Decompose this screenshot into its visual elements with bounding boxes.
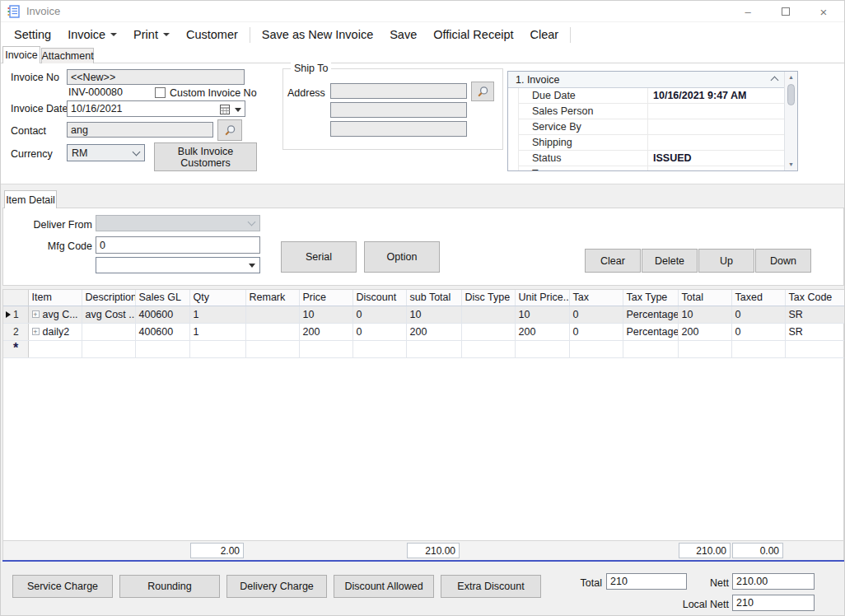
grid-column-header[interactable]: Total (678, 290, 731, 306)
grid-cell[interactable]: 200 (515, 323, 569, 340)
grid-column-header[interactable]: Qty (189, 290, 245, 306)
address-search-button[interactable] (471, 82, 494, 101)
grid-cell[interactable] (28, 340, 82, 357)
grid-cell[interactable] (461, 340, 515, 357)
grid-cell[interactable]: SR (785, 323, 845, 340)
scroll-down-icon[interactable]: ▼ (785, 159, 797, 170)
menu-save[interactable]: Save (381, 26, 425, 44)
move-down-button[interactable]: Down (755, 249, 811, 273)
grid-cell[interactable]: 0 (352, 323, 406, 340)
grid-cell[interactable] (82, 340, 135, 357)
grid-column-header[interactable]: Remark (245, 290, 299, 306)
ship-address-line1[interactable] (330, 83, 467, 99)
invoice-no-field[interactable]: <<New>> (67, 69, 245, 85)
grid-cell[interactable] (461, 323, 515, 340)
menu-save-as-new-invoice[interactable]: Save as New Invoice (254, 26, 381, 44)
table-row[interactable]: 2 +daily2 400600 1 200 0 200 200 0 Perce… (3, 323, 845, 340)
grid-cell[interactable]: 200 (406, 323, 461, 340)
grid-column-header[interactable]: sub Total (406, 290, 461, 306)
ship-address-line2[interactable] (330, 102, 467, 118)
tab-item-detail[interactable]: Item Detail (4, 190, 57, 208)
menu-customer[interactable]: Customer (178, 26, 246, 44)
grid-column-header[interactable]: Description (82, 290, 135, 306)
grid-column-header[interactable]: Sales GL (135, 290, 189, 306)
grid-cell[interactable]: avg Cost ... (82, 306, 135, 323)
new-row[interactable]: * (3, 340, 845, 357)
grid-column-header[interactable]: Disc Type (461, 290, 515, 306)
bulk-invoice-customers-button[interactable]: Bulk Invoice Customers (154, 142, 257, 171)
grid-cell[interactable] (678, 340, 731, 357)
extra-discount-button[interactable]: Extra Discount (441, 575, 541, 598)
grid-cell[interactable]: 0 (731, 323, 785, 340)
clear-row-button[interactable]: Clear (585, 249, 641, 273)
grid-cell[interactable]: 10 (678, 306, 731, 323)
grid-cell[interactable] (569, 340, 623, 357)
grid-cell[interactable]: 400600 (135, 323, 189, 340)
grid-column-header[interactable]: Item (28, 290, 82, 306)
grid-cell[interactable]: 0 (352, 306, 406, 323)
grid-cell[interactable] (299, 340, 352, 357)
ship-address-line3[interactable] (330, 121, 467, 137)
grid-cell[interactable] (245, 306, 299, 323)
grid-cell[interactable] (461, 306, 515, 323)
grid-cell[interactable] (785, 340, 845, 357)
grid-column-header[interactable]: Price (299, 290, 352, 306)
grid-cell[interactable]: 0 (731, 306, 785, 323)
info-row-value[interactable] (647, 104, 784, 119)
grid-cell[interactable] (352, 340, 406, 357)
item-combobox[interactable] (96, 257, 260, 273)
deliver-from-combobox[interactable] (96, 215, 260, 231)
grid-cell[interactable] (82, 323, 135, 340)
grid-cell[interactable]: 0 (569, 306, 623, 323)
grid-cell[interactable] (623, 340, 678, 357)
menu-clear[interactable]: Clear (522, 26, 567, 44)
menu-setting[interactable]: Setting (6, 26, 59, 44)
discount-allowed-button[interactable]: Discount Allowed (334, 575, 434, 598)
info-panel-header[interactable]: 1. Invoice (508, 72, 784, 88)
grid-cell[interactable]: 1 (189, 323, 245, 340)
grid-cell[interactable] (406, 340, 461, 357)
delivery-charge-button[interactable]: Delivery Charge (226, 575, 327, 598)
grid-column-header[interactable]: Tax Code (785, 290, 845, 306)
grid-column-header[interactable]: Tax (569, 290, 623, 306)
info-row-value[interactable]: ISSUED (647, 151, 784, 166)
grid-cell[interactable] (135, 340, 189, 357)
menu-invoice[interactable]: Invoice (59, 26, 125, 44)
contact-search-button[interactable] (217, 119, 242, 141)
info-panel-scrollbar[interactable]: ▲ ▼ (784, 72, 797, 170)
grid-cell[interactable]: 200 (678, 323, 731, 340)
contact-field[interactable]: ang (67, 122, 213, 138)
grid-cell[interactable]: 10 (299, 306, 352, 323)
menu-print[interactable]: Print (125, 26, 178, 44)
custom-invoice-no-checkbox[interactable] (155, 87, 166, 98)
grid-cell[interactable]: 200 (299, 323, 352, 340)
total-input[interactable] (606, 573, 687, 590)
grid-cell[interactable] (245, 323, 299, 340)
grid-cell[interactable]: Percentage (623, 323, 678, 340)
grid-cell[interactable]: 400600 (135, 306, 189, 323)
grid-cell[interactable]: +daily2 (28, 323, 82, 340)
close-button[interactable]: × (805, 1, 843, 22)
scrollbar-thumb[interactable] (787, 84, 795, 105)
grid-cell[interactable] (731, 340, 785, 357)
grid-cell[interactable]: 1 (189, 306, 245, 323)
serial-button[interactable]: Serial (281, 241, 357, 273)
scroll-up-icon[interactable]: ▲ (785, 72, 797, 83)
delete-row-button[interactable]: Delete (642, 249, 698, 273)
table-row[interactable]: 1 +avg C... avg Cost ... 400600 1 10 0 1… (3, 306, 845, 323)
row-header[interactable]: * (3, 340, 28, 357)
info-row-value[interactable] (647, 119, 784, 134)
row-header[interactable]: 1 (3, 306, 28, 323)
mfg-code-input[interactable] (96, 236, 260, 254)
chevron-down-icon[interactable] (235, 108, 241, 112)
grid-cell[interactable] (515, 340, 569, 357)
grid-cell[interactable]: +avg C... (28, 306, 82, 323)
invoice-date-field[interactable]: 10/16/2021 (67, 100, 245, 117)
service-charge-button[interactable]: Service Charge (12, 575, 113, 598)
expand-icon[interactable]: + (32, 310, 40, 318)
tab-attachment[interactable]: Attachment (41, 48, 94, 63)
grid-cell[interactable] (245, 340, 299, 357)
grid-column-header[interactable]: Taxed (731, 290, 785, 306)
option-button[interactable]: Option (364, 241, 440, 273)
minimize-button[interactable]: – (729, 1, 767, 22)
